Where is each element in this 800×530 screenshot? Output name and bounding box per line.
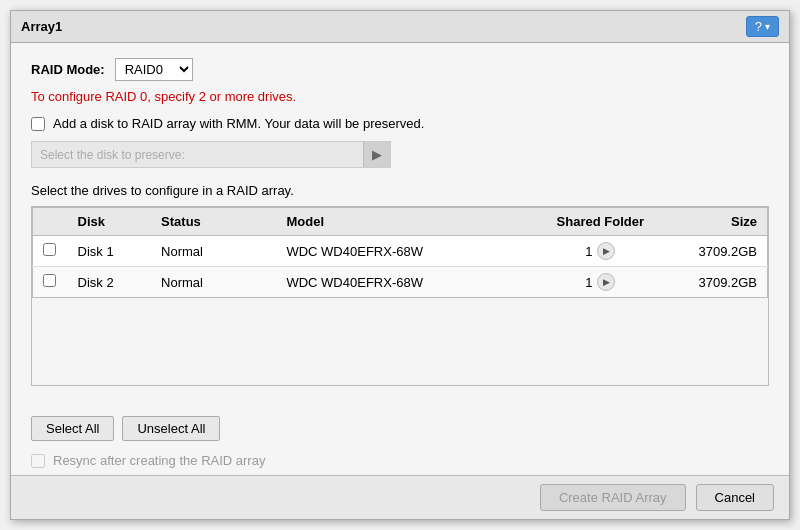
col-header-status: Status xyxy=(151,208,276,236)
col-header-model: Model xyxy=(276,208,537,236)
resync-row: Resync after creating the RAID array xyxy=(31,453,769,468)
shared-count-1: 1 xyxy=(585,275,592,290)
create-raid-button[interactable]: Create RAID Array xyxy=(540,484,686,511)
shared-play-btn-1[interactable]: ▶ xyxy=(597,273,615,291)
drives-section-label: Select the drives to configure in a RAID… xyxy=(31,183,769,198)
row-model-1: WDC WD40EFRX-68W xyxy=(276,267,537,298)
rmm-row: Add a disk to RAID array with RMM. Your … xyxy=(31,116,769,131)
preserve-disk-row: Select the disk to preserve: ▶ xyxy=(31,141,769,168)
resync-checkbox[interactable] xyxy=(31,454,45,468)
table-empty-space xyxy=(32,298,768,378)
raid-warning: To configure RAID 0, specify 2 or more d… xyxy=(31,89,769,104)
table-row: Disk 2 Normal WDC WD40EFRX-68W 1 ▶ 3709.… xyxy=(33,267,768,298)
row-checkbox-cell xyxy=(33,267,68,298)
row-disk-1: Disk 2 xyxy=(68,267,152,298)
row-checkbox-0[interactable] xyxy=(43,243,56,256)
raid-mode-select[interactable]: RAID0 RAID1 RAID5 RAID6 RAID10 xyxy=(115,58,193,81)
row-shared-0: 1 ▶ xyxy=(538,236,663,267)
row-size-0: 3709.2GB xyxy=(663,236,768,267)
raid-mode-label: RAID Mode: xyxy=(31,62,105,77)
bottom-section: Select All Unselect All Resync after cre… xyxy=(11,406,789,478)
rmm-checkbox[interactable] xyxy=(31,117,45,131)
preserve-input-wrapper: Select the disk to preserve: ▶ xyxy=(31,141,391,168)
dialog: Array1 ? ▾ RAID Mode: RAID0 RAID1 RAID5 … xyxy=(10,10,790,520)
row-status-0: Normal xyxy=(151,236,276,267)
rmm-label: Add a disk to RAID array with RMM. Your … xyxy=(53,116,424,131)
shared-count-0: 1 xyxy=(585,244,592,259)
row-size-1: 3709.2GB xyxy=(663,267,768,298)
row-status-1: Normal xyxy=(151,267,276,298)
shared-play-btn-0[interactable]: ▶ xyxy=(597,242,615,260)
select-all-button[interactable]: Select All xyxy=(31,416,114,441)
preserve-select-btn[interactable]: ▶ xyxy=(363,142,390,167)
row-checkbox-1[interactable] xyxy=(43,274,56,287)
col-header-shared: Shared Folder xyxy=(538,208,663,236)
help-button[interactable]: ? ▾ xyxy=(746,16,779,37)
col-header-size: Size xyxy=(663,208,768,236)
footer-bar: Create RAID Array Cancel xyxy=(11,475,789,519)
cancel-button[interactable]: Cancel xyxy=(696,484,774,511)
table-row: Disk 1 Normal WDC WD40EFRX-68W 1 ▶ 3709.… xyxy=(33,236,768,267)
row-shared-1: 1 ▶ xyxy=(538,267,663,298)
dialog-content: RAID Mode: RAID0 RAID1 RAID5 RAID6 RAID1… xyxy=(11,43,789,406)
help-icon: ? xyxy=(755,19,762,34)
raid-mode-row: RAID Mode: RAID0 RAID1 RAID5 RAID6 RAID1… xyxy=(31,58,769,81)
row-checkbox-cell xyxy=(33,236,68,267)
unselect-all-button[interactable]: Unselect All xyxy=(122,416,220,441)
select-buttons-row: Select All Unselect All xyxy=(31,416,769,441)
drives-table-container: Disk Status Model Shared Folder Size Dis… xyxy=(31,206,769,386)
dialog-title: Array1 xyxy=(21,19,62,34)
preserve-input-placeholder: Select the disk to preserve: xyxy=(32,143,363,167)
col-header-disk: Disk xyxy=(68,208,152,236)
help-dropdown-icon: ▾ xyxy=(765,21,770,32)
table-header-row: Disk Status Model Shared Folder Size xyxy=(33,208,768,236)
col-header-check xyxy=(33,208,68,236)
row-model-0: WDC WD40EFRX-68W xyxy=(276,236,537,267)
drives-table: Disk Status Model Shared Folder Size Dis… xyxy=(32,207,768,298)
resync-label: Resync after creating the RAID array xyxy=(53,453,265,468)
title-bar: Array1 ? ▾ xyxy=(11,11,789,43)
row-disk-0: Disk 1 xyxy=(68,236,152,267)
